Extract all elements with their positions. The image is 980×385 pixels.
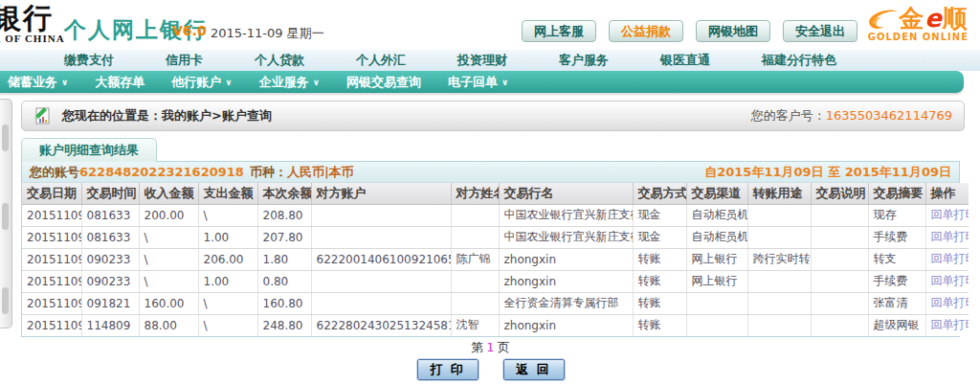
page-number: 1	[483, 340, 497, 354]
primary-nav-item[interactable]: 投资理财	[432, 52, 533, 69]
secondary-nav-item[interactable]: 他行账户∨	[158, 74, 245, 91]
table-cell	[811, 292, 868, 314]
column-header: 交易日期	[22, 183, 81, 204]
header-button[interactable]: 安全退出	[783, 20, 858, 42]
table-cell: 转支	[868, 248, 925, 270]
table-cell: 88.00	[139, 314, 198, 336]
secondary-nav-item[interactable]: 大额存单	[81, 74, 158, 91]
table-cell: \	[139, 226, 198, 248]
table-cell: 20151109	[22, 292, 81, 314]
primary-nav-item[interactable]: 银医直通	[635, 52, 736, 69]
table-cell: \	[139, 270, 198, 292]
table-cell	[451, 226, 499, 248]
secondary-nav-label: 他行账户	[171, 74, 221, 91]
table-cell	[747, 314, 811, 336]
table-cell	[451, 292, 499, 314]
table-cell: 6222802430251324581	[311, 314, 451, 336]
print-button[interactable]: 打 印	[417, 359, 479, 380]
action-cell: 回单打印	[925, 248, 969, 270]
column-header: 交易渠道	[686, 183, 747, 204]
header-button[interactable]: 公益捐款	[609, 20, 683, 42]
table-cell: \	[198, 204, 257, 226]
header-button[interactable]: 网上客服	[522, 20, 596, 42]
column-header: 对方姓名	[451, 183, 499, 204]
table-cell	[811, 270, 868, 292]
table-cell: 248.80	[257, 314, 311, 336]
table-cell	[747, 226, 811, 248]
receipt-print-link[interactable]: 回单打印	[931, 296, 969, 309]
table-cell: 全行资金清算专属行部	[499, 292, 633, 314]
secondary-nav-item[interactable]: 企业服务∨	[246, 74, 333, 91]
table-cell: zhongxin	[499, 248, 633, 270]
column-header: 操作	[925, 183, 969, 204]
breadcrumb-bar: 您现在的位置是：我的账户>账户查询 您的客户号：1635503462114769	[21, 101, 965, 131]
receipt-print-link[interactable]: 回单打印	[931, 252, 969, 265]
chevron-down-icon: ∨	[225, 78, 232, 87]
table-cell: 1.80	[257, 248, 311, 270]
action-cell: 回单打印	[925, 226, 969, 248]
table-cell: zhongxin	[499, 270, 633, 292]
table-cell: 6222001406100921065	[311, 248, 451, 270]
table-row: 20151109081633200.00\208.80中国农业银行宜兴新庄支行现…	[22, 204, 969, 226]
secondary-nav-label: 电子回单	[448, 74, 498, 91]
table-cell	[686, 292, 747, 314]
column-header: 转账用途	[747, 183, 811, 204]
account-info-bar: 您的账号 6228482022321620918 币种： 人民币|本币 自201…	[22, 162, 959, 183]
sidebar-handle[interactable]	[2, 287, 9, 314]
secondary-nav-label: 网银交易查询	[346, 74, 421, 91]
table-cell: 207.80	[257, 226, 311, 248]
table-cell: 网上银行	[686, 248, 747, 270]
primary-nav-item[interactable]: 缴费支付	[38, 52, 140, 69]
table-cell	[747, 292, 811, 314]
primary-nav-item[interactable]: 客户服务	[533, 52, 635, 69]
tab-account-detail-results[interactable]: 账户明细查询结果	[21, 138, 157, 162]
table-cell: 现存	[868, 204, 925, 226]
column-header: 收入金额	[139, 183, 198, 204]
primary-nav-item[interactable]: 个人外汇	[330, 52, 432, 69]
receipt-print-link[interactable]: 回单打印	[931, 208, 969, 221]
table-row: 20151109090233\1.000.80zhongxin转账网上银行手续费…	[22, 270, 969, 292]
receipt-print-link[interactable]: 回单打印	[931, 318, 969, 331]
table-cell: 114809	[81, 314, 139, 336]
table-cell: 091821	[81, 292, 139, 314]
sidebar-collapse-strip[interactable]	[0, 99, 12, 328]
column-header: 交易时间	[81, 183, 139, 204]
receipt-print-link[interactable]: 回单打印	[931, 274, 969, 287]
table-cell: 现金	[633, 204, 686, 226]
table-cell: 现金	[633, 226, 686, 248]
primary-nav-item[interactable]: 福建分行特色	[736, 52, 862, 69]
table-cell	[311, 270, 451, 292]
table-cell: 1.00	[198, 270, 257, 292]
secondary-nav-item[interactable]: 电子回单∨	[434, 74, 522, 91]
secondary-nav-item[interactable]: 网银交易查询	[333, 74, 434, 91]
secondary-nav-item[interactable]: 储蓄业务∨	[0, 74, 81, 91]
receipt-print-link[interactable]: 回单打印	[931, 230, 969, 243]
account-number: 6228482022321620918	[79, 165, 244, 179]
golden-online-logo: 金e顺 GOLDEN ONLINE	[866, 5, 969, 42]
table-cell: 中国农业银行宜兴新庄支行	[499, 204, 633, 226]
table-cell: 转账	[633, 292, 686, 314]
table-cell	[311, 204, 451, 226]
column-header: 交易方式	[633, 183, 686, 204]
table-cell: 20151109	[22, 314, 81, 336]
secondary-nav-label: 大额存单	[95, 74, 145, 91]
back-button[interactable]: 返 回	[503, 359, 565, 380]
table-cell: 20151109	[22, 270, 81, 292]
date-range: 自2015年11月09日 至 2015年11月09日	[704, 164, 951, 181]
sidebar-handle[interactable]	[2, 203, 9, 230]
column-header: 支出金额	[198, 183, 257, 204]
header-button[interactable]: 网银地图	[696, 20, 770, 42]
table-cell: 手续费	[868, 226, 925, 248]
sidebar-handle[interactable]	[2, 125, 9, 151]
table-cell: 208.80	[257, 204, 311, 226]
table-cell	[747, 270, 811, 292]
table-cell: 160.80	[257, 292, 311, 314]
table-cell: 转账	[633, 314, 686, 336]
table-cell: 转账	[633, 270, 686, 292]
primary-nav-item[interactable]: 信用卡	[140, 52, 229, 69]
table-cell: 自动柜员机	[686, 226, 747, 248]
primary-nav-item[interactable]: 个人贷款	[229, 52, 330, 69]
table-cell: 1.00	[198, 226, 257, 248]
column-header: 交易说明	[811, 183, 868, 204]
chevron-down-icon: ∨	[61, 78, 68, 87]
